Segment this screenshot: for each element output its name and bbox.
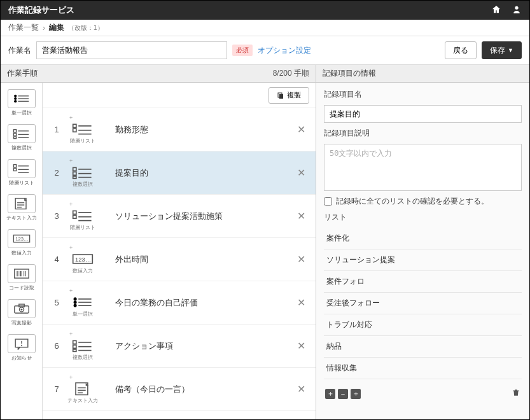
copy-icon xyxy=(277,92,284,99)
option-list: 案件化ソリューション提案案件フォロ受注後フォロートラブル対応納品情報収集 xyxy=(324,228,522,379)
list-item[interactable]: 案件化 xyxy=(324,228,522,249)
notice-icon xyxy=(8,334,36,353)
delete-step-icon[interactable]: ✕ xyxy=(291,123,310,136)
palette-label: コード読取 xyxy=(9,284,34,291)
palette-item-layer[interactable]: 階層リスト xyxy=(4,157,39,189)
palette-item-notice[interactable]: お知らせ xyxy=(4,332,39,364)
list-item[interactable]: 案件フォロ xyxy=(324,271,522,293)
task-name-row: 作業名 必須 オプション設定 戻る 保存▼ xyxy=(1,36,529,65)
step-number: 5 xyxy=(48,298,66,307)
single-icon xyxy=(8,89,36,108)
list-item[interactable]: トラブル対応 xyxy=(324,314,522,336)
svg-rect-6 xyxy=(13,130,16,132)
step-number: 3 xyxy=(48,211,66,221)
step-row[interactable]: 3+階層リストソリューション提案活動施策✕ xyxy=(43,195,316,238)
svg-rect-43 xyxy=(73,167,76,171)
breadcrumb-list[interactable]: 作業一覧 xyxy=(8,22,39,33)
step-type: +階層リスト xyxy=(66,201,100,231)
step-row[interactable]: 7+テキスト入力備考（今日の一言）✕ xyxy=(43,368,316,411)
palette-label: 数値入力 xyxy=(11,249,32,256)
chevron-right-icon: › xyxy=(43,24,45,32)
step-title: 今日の業務の自己評価 xyxy=(100,297,291,309)
list-item[interactable]: 納品 xyxy=(324,336,522,358)
item-desc-label: 記録項目説明 xyxy=(324,128,522,139)
layer-icon xyxy=(8,159,36,178)
palette-label: 単一選択 xyxy=(11,109,32,116)
step-row[interactable]: 5+単一選択今日の業務の自己評価✕ xyxy=(43,281,316,325)
palette-item-photo[interactable]: 写真撮影 xyxy=(4,297,39,329)
palette-label: お知らせ xyxy=(11,354,32,361)
list-item[interactable]: ソリューション提案 xyxy=(324,249,522,271)
step-type: +階層リスト xyxy=(66,115,100,144)
home-icon[interactable] xyxy=(491,4,501,17)
step-row[interactable]: 2+複数選択提案目的✕ xyxy=(43,151,316,195)
step-number: 7 xyxy=(48,384,66,394)
step-title: 外出時間 xyxy=(100,254,291,265)
topbar: 作業記録サービス xyxy=(1,1,529,20)
item-name-input[interactable] xyxy=(324,105,522,123)
steps-title: 作業手順 xyxy=(7,68,38,79)
step-title: 備考（今日の一言） xyxy=(100,384,291,395)
svg-rect-38 xyxy=(73,124,76,127)
text-icon xyxy=(8,194,36,213)
item-desc-textarea[interactable] xyxy=(324,144,522,191)
svg-rect-14 xyxy=(13,168,16,171)
delete-step-icon[interactable]: ✕ xyxy=(291,383,310,395)
step-row[interactable]: 4+123…数値入力外出時間✕ xyxy=(43,238,316,281)
delete-step-icon[interactable]: ✕ xyxy=(291,297,310,309)
confirm-all-checkbox[interactable] xyxy=(324,197,332,206)
task-name-label: 作業名 xyxy=(8,45,31,56)
step-type: +複数選択 xyxy=(66,158,100,188)
save-button[interactable]: 保存▼ xyxy=(482,41,522,59)
svg-rect-64 xyxy=(73,345,76,348)
svg-rect-45 xyxy=(73,172,76,175)
svg-rect-10 xyxy=(13,137,16,139)
list-add-icon[interactable]: ＋ xyxy=(325,389,335,399)
photo-icon xyxy=(8,299,36,318)
palette-label: 複数選択 xyxy=(11,144,32,151)
delete-step-icon[interactable]: ✕ xyxy=(291,340,310,352)
step-row[interactable]: 1+階層リスト勤務形態✕ xyxy=(43,108,316,151)
option-settings-link[interactable]: オプション設定 xyxy=(258,45,311,56)
palette-item-single[interactable]: 単一選択 xyxy=(4,87,39,119)
task-name-input[interactable] xyxy=(36,41,227,59)
palette-label: テキスト入力 xyxy=(6,214,37,221)
user-icon[interactable] xyxy=(512,4,522,17)
svg-point-56 xyxy=(74,297,77,300)
palette-item-barcode[interactable]: コード読取 xyxy=(4,262,39,294)
svg-rect-66 xyxy=(73,349,76,351)
list-item[interactable]: 受注後フォロー xyxy=(324,293,522,314)
step-row[interactable]: 6+複数選択アクション事項✕ xyxy=(43,325,316,368)
svg-text:123…: 123… xyxy=(75,256,91,263)
svg-rect-51 xyxy=(73,215,76,218)
app-title: 作業記録サービス xyxy=(8,4,74,16)
palette-item-multi[interactable]: 複数選択 xyxy=(4,122,39,154)
list-remove-icon[interactable]: − xyxy=(338,389,348,399)
trash-icon[interactable] xyxy=(512,388,520,399)
palette: 単一選択複数選択階層リストテキスト入力123…数値入力コード読取写真撮影お知らせ xyxy=(1,83,43,419)
delete-step-icon[interactable]: ✕ xyxy=(291,167,310,179)
step-title: 勤務形態 xyxy=(100,124,291,136)
palette-item-number[interactable]: 123…数値入力 xyxy=(4,227,39,259)
palette-label: 写真撮影 xyxy=(11,319,32,326)
svg-point-32 xyxy=(20,309,22,311)
list-item[interactable]: 情報収集 xyxy=(324,358,522,379)
duplicate-button[interactable]: 複製 xyxy=(268,87,309,104)
confirm-all-checkbox-row[interactable]: 記録時に全てのリストの確認を必要とする。 xyxy=(324,196,522,207)
svg-point-58 xyxy=(74,300,77,304)
list-add2-icon[interactable]: ＋ xyxy=(351,389,361,399)
number-icon: 123… xyxy=(8,229,36,248)
step-number: 1 xyxy=(48,125,66,134)
svg-rect-12 xyxy=(13,165,16,167)
delete-step-icon[interactable]: ✕ xyxy=(291,210,310,222)
required-badge: 必須 xyxy=(232,45,253,56)
step-number: 2 xyxy=(48,168,66,178)
delete-step-icon[interactable]: ✕ xyxy=(291,253,310,265)
caret-down-icon: ▼ xyxy=(508,47,513,53)
back-button[interactable]: 戻る xyxy=(445,41,477,59)
palette-item-text[interactable]: テキスト入力 xyxy=(4,192,39,224)
svg-rect-8 xyxy=(13,133,16,136)
step-title: 提案目的 xyxy=(100,167,291,179)
steps-count: 8/200 手順 xyxy=(273,68,309,79)
item-name-label: 記録項目名 xyxy=(324,89,522,100)
